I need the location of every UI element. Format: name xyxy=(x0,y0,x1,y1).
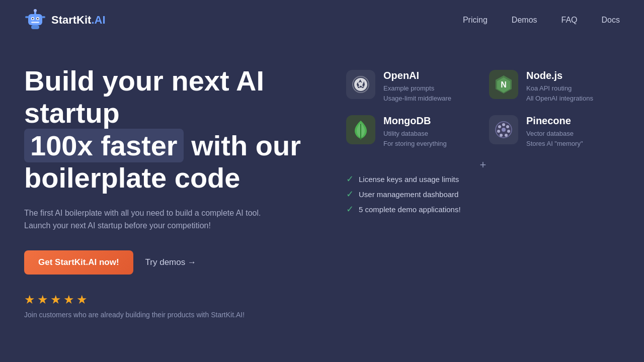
logo-icon xyxy=(24,9,46,31)
hero-title-line1: Build your next AI startup xyxy=(24,65,264,129)
tech-item-mongodb: MongoDB Utility database For storing eve… xyxy=(346,115,477,148)
svg-point-3 xyxy=(32,18,34,19)
svg-rect-8 xyxy=(31,25,39,29)
feature-item-1: ✓ License keys and usage limits xyxy=(346,173,620,185)
star-rating: ★ ★ ★ ★ ★ xyxy=(24,293,326,307)
hero-title: Build your next AI startup 100x faster w… xyxy=(24,65,326,195)
openai-icon xyxy=(346,70,375,99)
star-1: ★ xyxy=(24,293,35,307)
star-3: ★ xyxy=(50,293,61,307)
hero-title-highlight: 100x faster xyxy=(24,129,184,162)
mongodb-icon xyxy=(346,115,375,144)
pinecone-name: Pinecone xyxy=(526,115,583,127)
openai-detail: Example prompts Usage-limit middleware xyxy=(383,83,451,103)
svg-point-20 xyxy=(500,134,503,137)
svg-rect-5 xyxy=(31,22,39,23)
nodejs-info: Node.js Koa API routing All OpenAI integ… xyxy=(526,70,593,103)
nav-links: Pricing Demos FAQ Docs xyxy=(463,16,620,25)
nav-demos[interactable]: Demos xyxy=(512,16,537,24)
svg-point-19 xyxy=(505,134,508,137)
svg-rect-10 xyxy=(42,16,45,18)
check-icon-3: ✓ xyxy=(346,204,354,215)
feature-text-2: User management dashboard xyxy=(359,190,458,199)
navbar: StartKit.AI Pricing Demos FAQ Docs xyxy=(0,0,644,40)
hero-section: Build your next AI startup 100x faster w… xyxy=(0,40,644,319)
feature-text-3: 5 complete demo applications! xyxy=(359,205,461,214)
svg-point-21 xyxy=(497,130,500,133)
svg-point-22 xyxy=(498,125,501,128)
feature-item-3: ✓ 5 complete demo applications! xyxy=(346,204,620,215)
svg-point-17 xyxy=(506,125,509,128)
svg-point-4 xyxy=(37,18,39,19)
pinecone-detail: Vector database Stores AI "memory" xyxy=(526,129,583,148)
star-2: ★ xyxy=(37,293,48,307)
hero-title-line2: with our xyxy=(184,130,301,161)
pinecone-info: Pinecone Vector database Stores AI "memo… xyxy=(526,115,583,148)
brand-name: StartKit.AI xyxy=(51,14,106,27)
tech-item-pinecone: Pinecone Vector database Stores AI "memo… xyxy=(489,115,620,148)
openai-name: OpenAI xyxy=(383,70,451,81)
feature-text-1: License keys and usage limits xyxy=(359,175,459,184)
hero-subtitle: The first AI boilerplate with all you ne… xyxy=(24,207,286,232)
feature-item-2: ✓ User management dashboard xyxy=(346,189,620,200)
check-icon-2: ✓ xyxy=(346,189,354,200)
svg-rect-9 xyxy=(25,16,29,18)
cta-primary-button[interactable]: Get StartKit.AI now! xyxy=(24,250,133,275)
svg-point-7 xyxy=(34,9,37,12)
social-proof-text: Join customers who are already building … xyxy=(24,311,326,319)
svg-point-23 xyxy=(502,128,506,132)
check-icon-1: ✓ xyxy=(346,173,354,185)
pinecone-icon xyxy=(489,115,518,144)
nodejs-detail: Koa API routing All OpenAI integrations xyxy=(526,83,593,103)
star-5: ★ xyxy=(76,293,88,307)
mongodb-name: MongoDB xyxy=(383,115,447,127)
nav-faq[interactable]: FAQ xyxy=(561,16,578,24)
star-4: ★ xyxy=(63,293,74,307)
tech-item-nodejs: N Node.js Koa API routing All OpenAI int… xyxy=(489,70,620,103)
svg-rect-0 xyxy=(28,14,42,25)
features-list: ✓ License keys and usage limits ✓ User m… xyxy=(346,173,620,215)
mongodb-detail: Utility database For storing everything xyxy=(383,129,447,148)
svg-text:N: N xyxy=(501,80,507,89)
hero-right: OpenAI Example prompts Usage-limit middl… xyxy=(346,65,620,319)
nodejs-name: Node.js xyxy=(526,70,593,81)
plus-divider: + xyxy=(346,158,620,171)
nav-docs[interactable]: Docs xyxy=(602,16,620,24)
svg-point-16 xyxy=(502,123,505,126)
mongodb-info: MongoDB Utility database For storing eve… xyxy=(383,115,447,148)
openai-info: OpenAI Example prompts Usage-limit middl… xyxy=(383,70,451,103)
nav-pricing[interactable]: Pricing xyxy=(463,16,488,24)
hero-buttons: Get StartKit.AI now! Try demos → xyxy=(24,250,326,275)
svg-point-18 xyxy=(507,130,510,133)
cta-secondary-button[interactable]: Try demos → xyxy=(145,257,196,267)
logo[interactable]: StartKit.AI xyxy=(24,9,106,31)
tech-grid: OpenAI Example prompts Usage-limit middl… xyxy=(346,70,620,148)
hero-left: Build your next AI startup 100x faster w… xyxy=(24,65,326,319)
nodejs-icon: N xyxy=(489,70,518,99)
tech-item-openai: OpenAI Example prompts Usage-limit middl… xyxy=(346,70,477,103)
hero-title-line3: boilerplate code xyxy=(24,162,240,194)
